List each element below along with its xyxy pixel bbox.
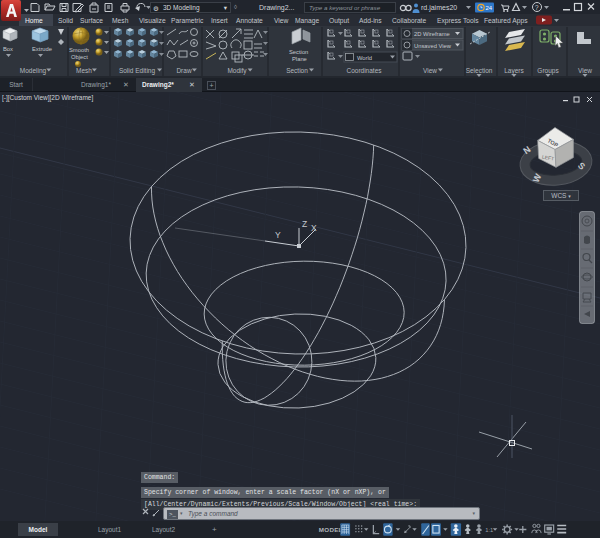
svg-text:Solid Editing: Solid Editing: [119, 67, 156, 75]
svg-text:Unsaved View: Unsaved View: [414, 43, 452, 49]
svg-text:Surface: Surface: [80, 17, 103, 24]
svg-text:?: ?: [535, 4, 539, 11]
svg-text:X: X: [311, 223, 317, 233]
svg-text:Y: Y: [275, 230, 281, 240]
svg-text:View: View: [578, 67, 592, 74]
svg-text:24: 24: [486, 5, 493, 11]
svg-text:Extrude: Extrude: [32, 46, 52, 52]
svg-text:Groups: Groups: [537, 67, 559, 75]
svg-text:Smooth: Smooth: [69, 47, 89, 53]
svg-text:Modeling: Modeling: [20, 67, 47, 75]
svg-text:Selection: Selection: [466, 67, 493, 74]
svg-text:Plane: Plane: [292, 56, 307, 62]
svg-text:Object: Object: [71, 54, 88, 60]
svg-text:Draw: Draw: [176, 67, 191, 74]
svg-text:Solid: Solid: [58, 17, 73, 24]
svg-text:Output: Output: [329, 17, 349, 25]
svg-text:Modify: Modify: [227, 67, 247, 75]
svg-text:View: View: [423, 67, 437, 74]
svg-text:Manage: Manage: [295, 17, 319, 25]
svg-text:Collaborate: Collaborate: [392, 17, 426, 24]
svg-text:2D Wireframe: 2D Wireframe: [414, 31, 450, 37]
svg-text:Parametric: Parametric: [171, 17, 204, 24]
svg-text:World: World: [357, 55, 372, 61]
svg-text:Section: Section: [289, 49, 308, 55]
svg-text:Featured Apps: Featured Apps: [484, 17, 528, 25]
svg-text:Insert: Insert: [211, 17, 228, 24]
svg-text:Mesh: Mesh: [76, 67, 92, 74]
svg-text:1:1: 1:1: [485, 527, 493, 533]
svg-text:Express Tools: Express Tools: [437, 17, 479, 25]
svg-text:MODEL: MODEL: [319, 526, 343, 533]
svg-text:Annotate: Annotate: [236, 17, 263, 24]
svg-text:Box: Box: [3, 46, 13, 52]
svg-text:Z: Z: [302, 219, 307, 229]
svg-text:Coordinates: Coordinates: [346, 67, 382, 74]
svg-text:Add-ins: Add-ins: [359, 17, 382, 24]
svg-text:Section: Section: [286, 67, 308, 74]
svg-text:Layers: Layers: [504, 67, 524, 75]
svg-text:View: View: [274, 17, 289, 24]
svg-text:Mesh: Mesh: [112, 17, 129, 24]
svg-text:Visualize: Visualize: [139, 17, 166, 24]
